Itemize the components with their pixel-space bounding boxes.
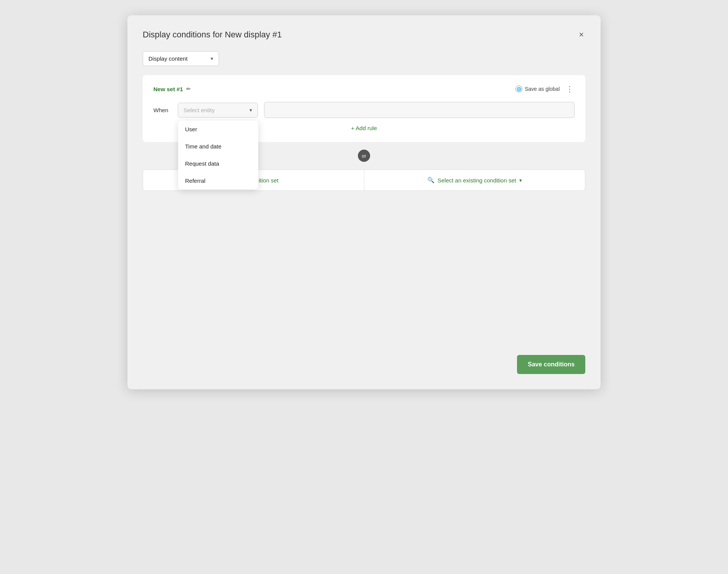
entity-menu-item-time[interactable]: Time and date — [178, 138, 258, 155]
entity-placeholder: Select entity — [184, 107, 215, 113]
save-global-label: Save as global — [525, 86, 560, 92]
when-label: When — [153, 107, 172, 113]
entity-dropdown[interactable]: Select entity ▾ User Time and date Reque… — [178, 103, 258, 118]
entity-menu-item-user[interactable]: User — [178, 121, 258, 138]
add-rule-button[interactable]: + Add rule — [351, 125, 377, 131]
select-existing-label: Select an existing condition set — [438, 177, 516, 184]
display-content-dropdown[interactable]: Display content ▾ — [143, 51, 219, 66]
display-content-label: Display content — [148, 55, 188, 62]
set-name: New set #1 ✏ — [153, 86, 191, 92]
save-conditions-button[interactable]: Save conditions — [517, 355, 585, 374]
close-button[interactable]: × — [577, 29, 585, 40]
modal: Display conditions for New display #1 × … — [127, 15, 601, 389]
entity-menu: User Time and date Request data Referral — [178, 121, 258, 189]
edit-icon[interactable]: ✏ — [186, 86, 191, 92]
select-existing-chevron-down-icon: ▾ — [519, 177, 522, 183]
entity-menu-item-request[interactable]: Request data — [178, 155, 258, 172]
set-actions: 🌐 Save as global ⋮ — [515, 84, 575, 94]
select-existing-button[interactable]: 🔍 Select an existing condition set ▾ — [364, 169, 586, 191]
condition-input[interactable] — [264, 102, 575, 118]
entity-menu-item-referral[interactable]: Referral — [178, 172, 258, 189]
set-name-label: New set #1 — [153, 86, 183, 92]
search-icon: 🔍 — [427, 177, 435, 184]
modal-title: Display conditions for New display #1 — [143, 30, 282, 40]
save-as-global-button[interactable]: 🌐 Save as global — [515, 85, 560, 92]
when-row: When Select entity ▾ User Time and date … — [153, 102, 575, 118]
globe-icon: 🌐 — [515, 85, 522, 92]
chevron-down-icon: ▾ — [211, 56, 213, 61]
condition-set-box: New set #1 ✏ 🌐 Save as global ⋮ When Sel… — [143, 75, 585, 142]
title-rest: for New display #1 — [210, 30, 282, 39]
title-bold: Display conditions — [143, 30, 210, 39]
modal-header: Display conditions for New display #1 × — [143, 29, 585, 40]
more-options-button[interactable]: ⋮ — [565, 84, 575, 94]
or-badge: or — [358, 150, 370, 162]
set-header: New set #1 ✏ 🌐 Save as global ⋮ — [153, 84, 575, 94]
entity-chevron-down-icon: ▾ — [250, 107, 252, 113]
